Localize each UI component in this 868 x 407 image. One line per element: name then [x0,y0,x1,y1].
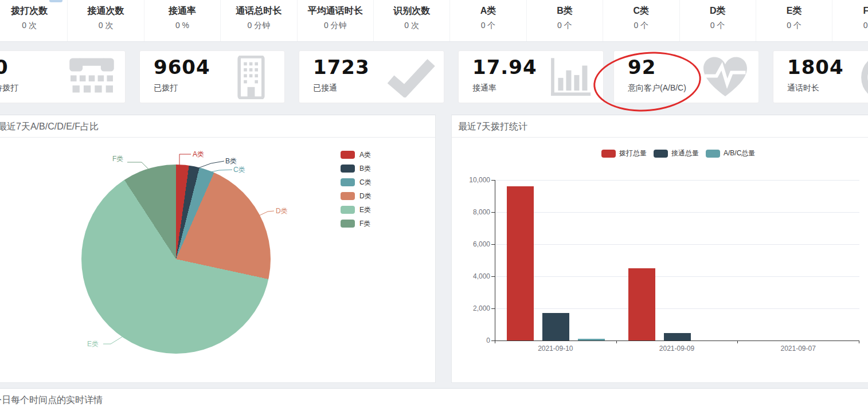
header-stats: 拨打次数0 次接通次数0 次接通率0 %通话总时长0 分钟平均通话时长0 分钟识… [0,0,868,41]
legend-swatch [341,165,355,173]
header-stat-2: 接通率0 % [144,0,221,41]
y-gridline [495,276,859,277]
y-axis-tick-label: 0 [455,336,490,345]
x-axis-tick [495,341,495,343]
pie-panel-title: 最近7天A/B/C/D/E/F占比 [0,115,435,138]
header-stat-value: 0 个 [832,21,868,31]
x-axis-tick-end [859,341,859,343]
pie-legend-label: C类 [359,178,372,187]
legend-swatch [706,150,720,158]
header-stat-label: 拨打次数 [0,5,67,17]
stat-card-接通率: 17.94接通率 [458,50,604,103]
x-axis-tick [616,341,617,343]
legend-swatch [341,192,355,200]
y-gridline [495,244,859,245]
pie-slice-label-E类: E类 [87,339,99,349]
bar-chart-plot [495,180,859,341]
bar-legend-label: 接通总量 [671,148,699,158]
header-stat-value: 0 % [144,21,220,30]
header-stat-5: 识别次数0 次 [374,0,450,41]
pie-legend: A类B类C类D类E类F类 [341,148,372,230]
bar-legend-item-A/B/C总量[interactable]: A/B/C总量 [706,148,755,158]
bar-A/B/C总量-2021-09-10 [578,339,605,341]
header-stat-label: F类 [832,5,868,17]
header-stat-value: 0 个 [680,21,756,31]
header-stat-label: 识别次数 [374,5,449,17]
header-stat-label: 接通率 [144,5,220,17]
header-stat-1: 接通次数0 次 [68,0,144,41]
building-icon [225,56,277,99]
pie-slice-label-D类: D类 [276,206,288,216]
x-axis-category-label: 2021-09-10 [495,345,616,353]
y-gridline [495,308,859,309]
bar-legend-item-拨打总量[interactable]: 拨打总量 [601,148,647,158]
stat-card-label: 已拨打 [154,83,178,93]
header-stat-3: 通话总时长0 分钟 [221,0,297,41]
header-stat-9: D类0 个 [680,0,756,41]
header-stat-11: F类0 个 [832,0,868,41]
y-axis-tick-label: 10,000 [455,176,490,184]
stat-card-value: 17.94 [472,56,537,79]
bar-legend-item-接通总量[interactable]: 接通总量 [654,148,699,158]
header-stat-value: 0 个 [603,21,679,31]
y-gridline [495,212,859,213]
stat-card-已接通: 1723已接通 [299,50,444,103]
pie-legend-item-C类[interactable]: C类 [341,175,372,189]
legend-swatch [654,150,668,158]
header-stat-label: E类 [756,5,832,17]
clock-icon [858,56,868,99]
pie-slice-label-F类: F类 [112,154,123,164]
bar-接通总量-2021-09-09 [664,333,691,341]
y-axis-tick [491,276,495,277]
header-stat-10: E类0 个 [756,0,832,41]
header-stat-value: 0 个 [450,21,526,31]
pie-chart [81,165,271,354]
legend-swatch [601,150,616,158]
stat-card-label: 接通率 [472,83,496,93]
y-axis-tick [491,308,495,309]
y-gridline [495,180,859,181]
pie-legend-label: D类 [359,191,372,201]
header-stat-label: C类 [603,5,679,17]
pie-legend-item-D类[interactable]: D类 [341,189,372,203]
y-axis-tick [491,180,495,181]
header-stat-label: 通话总时长 [221,5,296,17]
y-axis-tick [491,244,495,245]
pie-legend-item-F类[interactable]: F类 [341,217,372,230]
y-axis-tick-label: 4,000 [455,272,490,280]
header-stat-value: 0 次 [68,21,143,31]
stat-card-通话时长: 1804通话时长 [773,50,868,103]
pie-legend-label: A类 [359,150,371,160]
bar-chart-icon [544,56,596,99]
legend-swatch [341,151,355,159]
stat-card-label: 已接通 [313,83,337,93]
pie-legend-label: E类 [359,205,371,215]
pie-legend-item-B类[interactable]: B类 [341,162,372,175]
stat-card-label: 待拨打 [0,83,18,93]
bar-chart-panel: 最近7天拨打统计 拨打总量接通总量A/B/C总量 10,0008,0006,00… [451,115,868,383]
stat-card-label: 通话时长 [787,83,819,93]
y-axis-tick-label: 2,000 [455,304,490,312]
x-axis-category-label: 2021-09-07 [737,345,859,353]
header-stat-7: B类0 个 [527,0,603,41]
header-stat-label: B类 [527,5,603,17]
x-axis-tick [737,341,738,343]
legend-swatch [341,220,355,228]
stat-card-value: 1804 [787,56,844,79]
header-stat-value: 0 个 [756,21,832,31]
legend-swatch [341,206,355,214]
bar-拨打总量-2021-09-09 [628,268,655,341]
stat-card-value: 9604 [154,56,210,79]
header-stat-6: A类0 个 [450,0,526,41]
bar-拨打总量-2021-09-10 [507,186,534,341]
header-stat-label: 平均通话时长 [298,5,373,17]
bar-接通总量-2021-09-10 [542,313,569,341]
header-stat-value: 0 个 [527,21,603,31]
header-stat-4: 平均通话时长0 分钟 [298,0,374,41]
pie-legend-item-E类[interactable]: E类 [341,203,372,217]
bar-legend-label: A/B/C总量 [724,148,755,158]
bar-legend-label: 拨打总量 [619,148,647,158]
y-axis-tick-label: 6,000 [455,240,490,248]
pie-legend-item-A类[interactable]: A类 [341,148,372,162]
pie-slice-label-A类: A类 [193,150,204,159]
